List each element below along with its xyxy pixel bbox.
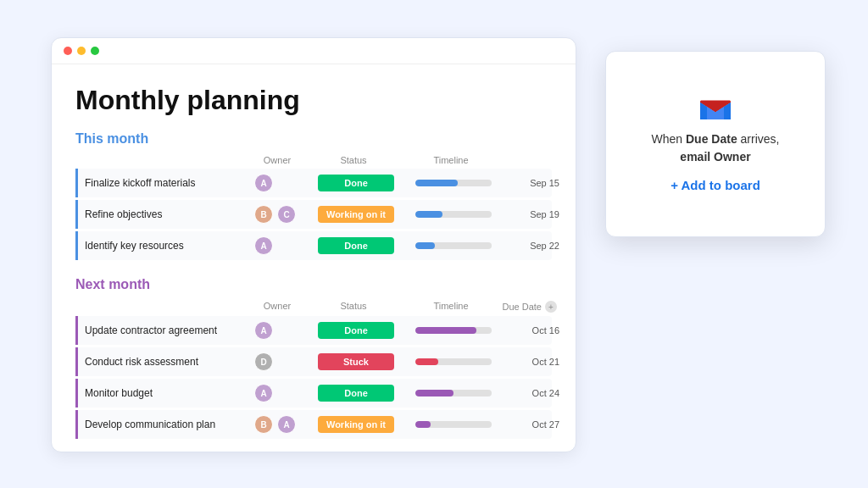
- status-badge: Done: [318, 322, 394, 339]
- table-row[interactable]: Conduct risk assessment D Stuck Oct 21: [75, 347, 552, 376]
- status-badge: Working on it: [318, 416, 394, 433]
- col-date-label: [498, 155, 557, 165]
- col-owner-label: Owner: [252, 301, 303, 313]
- owner-avatar: D: [254, 352, 305, 371]
- col-status-label: Status: [303, 301, 404, 313]
- col-task: [82, 155, 252, 165]
- this-month-section: This month Owner Status Timeline Finaliz…: [75, 131, 552, 260]
- owner-avatar: A: [254, 384, 305, 402]
- col-timeline-label: Timeline: [404, 155, 498, 165]
- gmail-trigger-text: When Due Date arrives,email Owner: [652, 130, 780, 166]
- dot-red: [64, 47, 72, 55]
- timeline-bar: [407, 390, 500, 396]
- status-badge: Working on it: [318, 206, 394, 223]
- timeline-bar: [407, 358, 500, 365]
- avatar: B: [254, 205, 273, 224]
- owner-avatar: A: [254, 321, 305, 340]
- due-date: Sep 19: [500, 209, 559, 219]
- table-row[interactable]: Develop communication plan B A Working o…: [75, 410, 552, 439]
- timeline-track: [415, 358, 492, 365]
- status-badge: Done: [318, 237, 394, 254]
- avatar: C: [277, 205, 296, 224]
- dot-green: [91, 47, 99, 55]
- table-row[interactable]: Update contractor agreement A Done Oct 1…: [75, 316, 552, 345]
- table-row[interactable]: Monitor budget A Done Oct 24: [75, 379, 552, 408]
- avatar: A: [277, 415, 296, 434]
- card-body: Monthly planning This month Owner Status…: [52, 64, 576, 452]
- due-date: Oct 27: [500, 419, 559, 430]
- timeline-fill: [415, 211, 442, 218]
- timeline-fill: [415, 358, 438, 365]
- col-due-date-label: Due Date +: [498, 301, 557, 313]
- task-label: Monitor budget: [85, 387, 254, 399]
- task-label: Finalize kickoff materials: [85, 177, 254, 189]
- timeline-bar: [407, 327, 500, 334]
- col-task: [82, 301, 252, 313]
- add-to-board-button[interactable]: + Add to board: [670, 178, 760, 192]
- task-label: Conduct risk assessment: [85, 356, 254, 368]
- task-label: Identify key resources: [85, 240, 254, 252]
- avatar: A: [254, 236, 273, 255]
- status-badge: Done: [318, 385, 394, 402]
- table-row[interactable]: Finalize kickoff materials A Done Sep 15: [75, 169, 552, 197]
- status-badge: Stuck: [318, 353, 394, 370]
- timeline-bar: [407, 421, 500, 428]
- gmail-integration-card: When Due Date arrives,email Owner + Add …: [605, 51, 826, 237]
- col-owner-label: Owner: [252, 155, 303, 165]
- col-status-label: Status: [303, 155, 404, 165]
- task-label: Develop communication plan: [85, 419, 254, 430]
- avatar: A: [254, 174, 273, 192]
- timeline-bar: [407, 180, 500, 186]
- gmail-logo: [698, 97, 732, 122]
- card-titlebar: [52, 38, 576, 64]
- timeline-track: [415, 242, 492, 249]
- due-date: Oct 24: [500, 388, 559, 398]
- avatar: A: [254, 384, 273, 402]
- page-title: Monthly planning: [75, 85, 552, 116]
- this-month-title: This month: [75, 131, 552, 147]
- timeline-bar: [407, 242, 500, 249]
- due-date: Oct 21: [500, 357, 559, 367]
- due-date: Sep 15: [500, 178, 559, 188]
- table-row[interactable]: Identify key resources A Done Sep 22: [75, 231, 552, 260]
- table-row[interactable]: Refine objectives B C Working on it Sep …: [75, 200, 552, 229]
- due-date: Sep 22: [500, 241, 559, 251]
- timeline-track: [415, 390, 492, 396]
- timeline-fill: [415, 390, 453, 396]
- avatar: D: [254, 352, 273, 371]
- timeline-track: [415, 327, 492, 334]
- status-badge: Done: [318, 175, 394, 191]
- timeline-bar: [407, 211, 500, 218]
- main-planning-card: Monthly planning This month Owner Status…: [51, 37, 576, 452]
- dot-yellow: [77, 47, 86, 55]
- owner-avatar: A: [254, 174, 305, 192]
- timeline-fill: [415, 327, 476, 334]
- next-month-title: Next month: [75, 277, 552, 292]
- owner-avatar: B A: [254, 415, 305, 434]
- timeline-track: [415, 180, 492, 186]
- next-month-header: Owner Status Timeline Due Date +: [75, 301, 552, 316]
- timeline-fill: [415, 242, 435, 249]
- due-date: Oct 16: [500, 325, 559, 336]
- col-timeline-label: Timeline: [404, 301, 498, 313]
- this-month-header: Owner Status Timeline: [75, 155, 552, 169]
- owner-avatar: B C: [254, 205, 305, 224]
- timeline-track: [415, 421, 492, 428]
- timeline-fill: [415, 180, 458, 186]
- timeline-track: [415, 211, 492, 218]
- owner-avatar: A: [254, 236, 305, 255]
- task-label: Refine objectives: [85, 208, 254, 220]
- next-month-section: Next month Owner Status Timeline Due Dat…: [75, 277, 552, 439]
- task-label: Update contractor agreement: [85, 324, 254, 336]
- avatar: A: [254, 321, 273, 340]
- timeline-fill: [415, 421, 431, 428]
- avatar: B: [254, 415, 273, 434]
